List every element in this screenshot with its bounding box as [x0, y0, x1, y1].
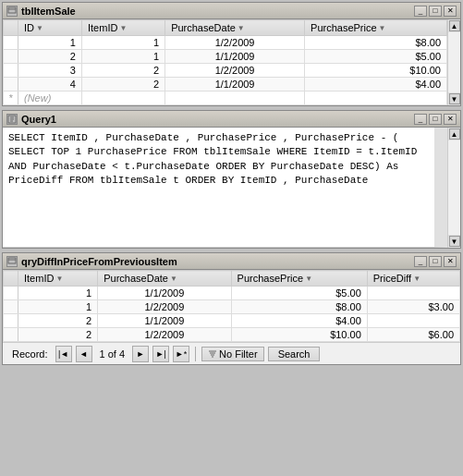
tbl-item-sale-title: tblItemSale — [21, 6, 76, 17]
cell-id: 4 — [18, 78, 82, 92]
no-filter-label: No Filter — [219, 348, 258, 360]
cell-itemid: 1 — [18, 300, 98, 314]
query-scrollbar-up[interactable]: ▲ — [449, 128, 460, 140]
cell-itemid: 2 — [18, 328, 98, 342]
new-row-cell3 — [165, 92, 305, 105]
cell-id: 2 — [18, 50, 82, 64]
col-header-purchaseprice[interactable]: PurchasePrice▼ — [305, 20, 447, 36]
svg-rect-0 — [8, 7, 16, 13]
table-row[interactable]: 2 1/1/2009 $4.00 — [4, 314, 460, 328]
col-header-purchasedate[interactable]: PurchaseDate▼ — [165, 20, 305, 36]
svg-rect-6 — [8, 258, 16, 263]
qry-restore[interactable]: □ — [429, 256, 442, 267]
col-header-id[interactable]: ID▼ — [18, 20, 82, 36]
record-label: Record: — [12, 348, 48, 360]
cell-purchaseprice: $4.00 — [305, 78, 447, 92]
query1-window: Query1 _ □ ✕ SELECT ItemID , PurchaseDat… — [2, 110, 461, 249]
cell-purchaseprice: $10.00 — [231, 328, 367, 342]
title-bar-left-qry: qryDiffInPriceFromPreviousItem — [6, 256, 177, 267]
col-header-itemid[interactable]: ItemID▼ — [81, 20, 164, 36]
cell-pricediff — [367, 287, 459, 300]
qry-close[interactable]: ✕ — [444, 256, 457, 267]
qry-minimize[interactable]: _ — [414, 256, 427, 267]
qry-diff-title: qryDiffInPriceFromPreviousItem — [21, 256, 177, 267]
cell-purchaseprice: $5.00 — [305, 50, 447, 64]
table-row[interactable]: 3 2 1/2/2009 $10.00 — [4, 64, 447, 78]
cell-purchaseprice: $8.00 — [231, 300, 367, 314]
query1-minimize[interactable]: _ — [414, 114, 427, 125]
tbl-item-sale-table: ID▼ ItemID▼ PurchaseDate▼ PurchasePrice▼… — [3, 19, 447, 105]
title-bar-left: tblItemSale — [6, 6, 76, 17]
cell-pricediff — [367, 314, 459, 328]
cell-purchasedate: 1/1/2009 — [165, 78, 305, 92]
table-row[interactable]: 2 1 1/1/2009 $5.00 — [4, 50, 447, 64]
cell-id: 3 — [18, 64, 82, 78]
cell-itemid: 1 — [81, 50, 164, 64]
nav-first-button[interactable]: |◄ — [55, 346, 72, 362]
divider — [195, 347, 196, 361]
cell-purchasedate: 1/2/2009 — [98, 328, 231, 342]
cell-purchasedate: 1/1/2009 — [98, 287, 231, 300]
cell-purchasedate: 1/2/2009 — [98, 300, 231, 314]
cell-purchasedate: 1/1/2009 — [165, 50, 305, 64]
cell-purchaseprice: $5.00 — [231, 287, 367, 300]
qry-diff-title-bar: qryDiffInPriceFromPreviousItem _ □ ✕ — [3, 253, 460, 270]
qry-row-selector-header — [4, 271, 18, 287]
query1-close[interactable]: ✕ — [444, 114, 457, 125]
restore-button[interactable]: □ — [429, 6, 442, 17]
row-selector — [4, 314, 18, 328]
status-bar: Record: |◄ ◄ 1 of 4 ► ►| ►* No Filter — [3, 342, 460, 364]
cell-itemid: 1 — [18, 287, 98, 300]
query-scrollbar-down[interactable]: ▼ — [449, 236, 460, 247]
new-row-cell4 — [305, 92, 447, 105]
new-row-cell: (New) — [18, 92, 82, 105]
search-button[interactable]: Search — [268, 347, 321, 361]
nav-new-button[interactable]: ►* — [173, 346, 189, 362]
row-selector-header — [4, 20, 18, 36]
table-row[interactable]: 1 1/2/2009 $8.00 $3.00 — [4, 300, 460, 314]
table-row[interactable]: 4 2 1/1/2009 $4.00 — [4, 78, 447, 92]
tbl-item-sale-table-wrapper: ID▼ ItemID▼ PurchaseDate▼ PurchasePrice▼… — [3, 19, 460, 105]
qry-icon — [6, 256, 18, 267]
query1-title-bar: Query1 _ □ ✕ — [3, 111, 460, 128]
tbl-item-sale-title-bar: tblItemSale _ □ ✕ — [3, 3, 460, 19]
close-button[interactable]: ✕ — [444, 6, 457, 17]
query-sql-content[interactable]: SELECT ItemID , PurchaseDate , PurchaseP… — [3, 128, 447, 248]
minimize-button[interactable]: _ — [414, 6, 427, 17]
row-selector — [4, 287, 18, 300]
qry-col-purchaseprice[interactable]: PurchasePrice▼ — [231, 271, 367, 287]
scrollbar-up-btn[interactable]: ▲ — [449, 20, 460, 31]
nav-prev-button[interactable]: ◄ — [76, 346, 92, 362]
row-selector — [4, 36, 18, 50]
new-row-selector: * — [4, 92, 18, 105]
query1-title-buttons: _ □ ✕ — [414, 114, 457, 125]
row-selector — [4, 64, 18, 78]
no-filter-button[interactable]: No Filter — [201, 347, 264, 361]
table-row[interactable]: 1 1/1/2009 $5.00 — [4, 287, 460, 300]
tbl-item-sale-window: tblItemSale _ □ ✕ ID▼ ItemID▼ — [2, 2, 461, 106]
record-position: 1 of 4 — [100, 348, 126, 360]
cell-purchasedate: 1/2/2009 — [165, 36, 305, 50]
qry-col-purchasedate[interactable]: PurchaseDate▼ — [98, 271, 231, 287]
qry-diff-title-buttons: _ □ ✕ — [414, 256, 457, 267]
qry-col-itemid[interactable]: ItemID▼ — [18, 271, 98, 287]
new-table-row: * (New) — [4, 92, 447, 105]
table-row[interactable]: 1 1 1/2/2009 $8.00 — [4, 36, 447, 50]
nav-next-button[interactable]: ► — [132, 346, 149, 362]
title-bar-left-q: Query1 — [6, 114, 56, 125]
new-row-cell2 — [81, 92, 164, 105]
cell-itemid: 2 — [81, 78, 164, 92]
title-buttons: _ □ ✕ — [414, 6, 457, 17]
cell-purchaseprice: $10.00 — [305, 64, 447, 78]
qry-col-pricediff[interactable]: PriceDiff▼ — [367, 271, 459, 287]
cell-id: 1 — [18, 36, 82, 50]
scrollbar-down-btn[interactable]: ▼ — [449, 93, 460, 104]
cell-pricediff: $3.00 — [367, 300, 459, 314]
cell-itemid: 1 — [81, 36, 164, 50]
cell-pricediff: $6.00 — [367, 328, 459, 342]
table-row[interactable]: 2 1/2/2009 $10.00 $6.00 — [4, 328, 460, 342]
nav-last-button[interactable]: ►| — [152, 346, 169, 362]
qry-diff-window: qryDiffInPriceFromPreviousItem _ □ ✕ Ite… — [2, 252, 461, 365]
cell-purchaseprice: $8.00 — [305, 36, 447, 50]
query1-restore[interactable]: □ — [429, 114, 442, 125]
